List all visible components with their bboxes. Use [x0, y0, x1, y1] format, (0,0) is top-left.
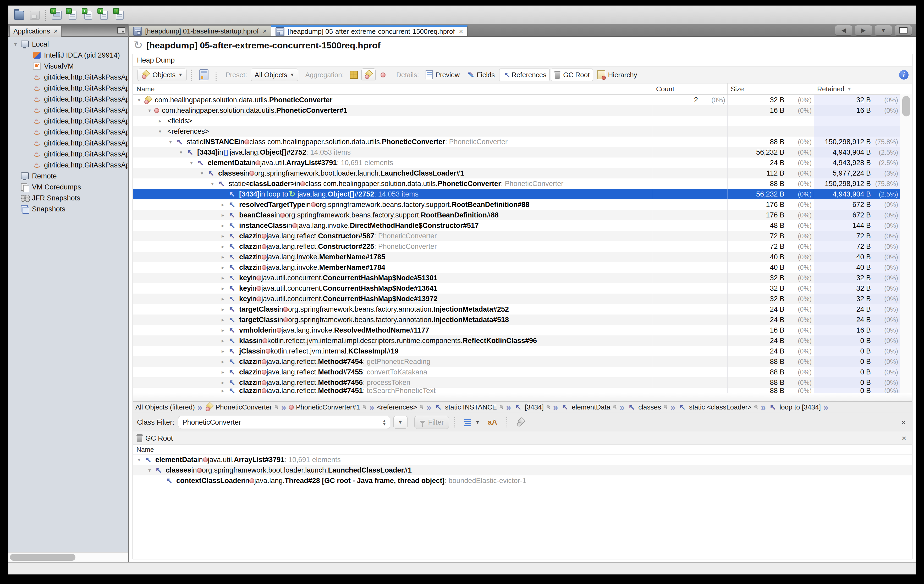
expander-closed-icon[interactable]: ▸: [218, 275, 228, 281]
expander-closed-icon[interactable]: ▸: [218, 296, 228, 302]
objects-dropdown[interactable]: Objects ▼: [137, 69, 187, 81]
expander-closed-icon[interactable]: ▸: [218, 359, 228, 365]
expander-closed-icon[interactable]: ▸: [218, 285, 228, 291]
expander-open-icon[interactable]: ▾: [208, 181, 217, 187]
table-row[interactable]: ▸↖jClass in kotlin.reflect.jvm.internal.…: [133, 346, 900, 356]
sidebar-item[interactable]: VisualVM: [8, 61, 128, 72]
expander-open-icon[interactable]: ▾: [187, 160, 196, 166]
table-row[interactable]: ▸↖klass in kotlin.reflect.jvm.internal.i…: [133, 336, 900, 346]
hierarchy-toggle[interactable]: Hierarchy: [594, 69, 640, 81]
pin-icon[interactable]: [274, 405, 279, 410]
horizontal-scrollbar-track[interactable]: [133, 393, 912, 401]
table-row[interactable]: ↖[3434] in loop to ↻java.lang.Object[]#2…: [133, 189, 900, 199]
sidebar-item[interactable]: ♨git4idea.http.GitAskPassAp: [8, 83, 128, 94]
sidebar-item[interactable]: ♨git4idea.http.GitAskPassAp: [8, 105, 128, 116]
table-row[interactable]: ▸↖clazz in java.lang.reflect.Method#7455…: [133, 367, 900, 377]
expander-open-icon[interactable]: ▾: [166, 139, 175, 145]
info-icon[interactable]: i: [899, 70, 909, 79]
expander-closed-icon[interactable]: ▸: [218, 233, 228, 239]
close-gc-root-icon[interactable]: ×: [901, 434, 909, 443]
sidebar-item[interactable]: JFR Snapshots: [8, 192, 128, 204]
expander-closed-icon[interactable]: ▸: [218, 348, 228, 354]
add-heap-dump-icon[interactable]: [82, 9, 94, 21]
expander-closed-icon[interactable]: ▸: [218, 388, 228, 393]
close-icon[interactable]: ×: [54, 27, 58, 35]
table-row[interactable]: ▾↖classes in org.springframework.boot.lo…: [133, 168, 900, 178]
sidebar-list-options-button[interactable]: ▼: [461, 416, 483, 429]
expander-closed-icon[interactable]: ▸: [218, 337, 228, 344]
table-row[interactable]: ▸↖clazz in java.lang.reflect.Method#7456…: [133, 377, 900, 388]
breadcrumb-item[interactable]: ↖static INSTANCE: [434, 403, 503, 411]
vertical-scrollbar[interactable]: [900, 94, 912, 393]
expander-closed-icon[interactable]: ▸: [218, 212, 228, 218]
preview-toggle[interactable]: Preview: [422, 69, 463, 81]
table-row[interactable]: ▸↖instanceClass in java.lang.invoke.Dire…: [133, 220, 900, 231]
expander-open-icon[interactable]: ▾: [145, 107, 154, 114]
scrollbar-thumb[interactable]: [10, 554, 76, 561]
table-row[interactable]: ▸↖clazz in java.lang.invoke.MemberName#1…: [133, 252, 900, 262]
breadcrumb-item[interactable]: PhoneticConverter: [205, 403, 279, 411]
expander-open-icon[interactable]: ▾: [197, 170, 207, 176]
table-row[interactable]: ▸↖vmholder in java.lang.invoke.ResolvedM…: [133, 325, 900, 336]
breadcrumb-item[interactable]: ↖loop to [3434]: [769, 403, 821, 411]
column-header-name[interactable]: Name: [133, 85, 653, 93]
aggregation-instances-toggle[interactable]: [376, 68, 390, 81]
sidebar-item[interactable]: Snapshots: [8, 204, 128, 215]
table-row[interactable]: ▾↖static INSTANCE in class com.healingpa…: [133, 137, 900, 147]
filter-history-dropdown[interactable]: ▼: [393, 416, 408, 429]
table-row[interactable]: ▸↖beanClass in org.springframework.beans…: [133, 210, 900, 220]
sidebar-item[interactable]: ♨git4idea.http.GitAskPassAp: [8, 127, 128, 138]
table-row[interactable]: ▾↖classes in org.springframework.boot.lo…: [133, 465, 912, 475]
expander-closed-icon[interactable]: ▸: [218, 222, 228, 229]
sidebar-item[interactable]: ♨git4idea.http.GitAskPassAp: [8, 138, 128, 149]
table-row[interactable]: ▸↖clazz in java.lang.invoke.MemberName#1…: [133, 262, 900, 273]
pin-icon[interactable]: [419, 405, 424, 410]
tab-scroll-left-button[interactable]: ◀: [835, 25, 852, 36]
breadcrumb-item[interactable]: ↖classes: [627, 403, 668, 411]
close-icon[interactable]: ×: [263, 27, 267, 35]
fields-toggle[interactable]: ✎ Fields: [464, 69, 498, 81]
table-row[interactable]: ▸↖resolvedTargetType in org.springframew…: [133, 199, 900, 210]
tab-heapdump[interactable]: [heapdump] 01-baseline-startup.hprof×: [129, 26, 271, 36]
class-display-button[interactable]: [513, 416, 528, 429]
tab-scroll-right-button[interactable]: ▶: [855, 25, 872, 36]
table-row[interactable]: ▸↖clazz in java.lang.reflect.Constructor…: [133, 241, 900, 252]
sidebar-item[interactable]: ♨git4idea.http.GitAskPassAp: [8, 94, 128, 105]
sidebar-item[interactable]: ♨git4idea.http.GitAskPassAp: [8, 160, 128, 171]
expander-closed-icon[interactable]: ▸: [155, 118, 165, 124]
add-snapshot-icon[interactable]: [113, 9, 126, 21]
expander-open-icon[interactable]: ▾: [134, 97, 144, 103]
breadcrumb-item[interactable]: ↖static <classLoader>: [678, 403, 758, 411]
breadcrumb-item[interactable]: ↖[3434]: [514, 403, 551, 411]
sidebar-item[interactable]: ▾Local: [8, 39, 128, 50]
expander-closed-icon[interactable]: ▸: [218, 317, 228, 323]
column-header-count[interactable]: Count: [653, 84, 727, 94]
table-row[interactable]: ▾↖elementData in java.util.ArrayList#379…: [133, 158, 900, 168]
gc-root-toggle[interactable]: GC Root: [551, 69, 593, 81]
pin-icon[interactable]: [664, 405, 668, 410]
pin-icon[interactable]: [500, 405, 504, 410]
table-row[interactable]: ▾↖[3434] in [ ]java.lang.Object[]#2752 :…: [133, 147, 900, 158]
breadcrumb-item[interactable]: PhoneticConverter#1: [289, 403, 367, 411]
maximize-button[interactable]: [895, 25, 912, 36]
expander-closed-icon[interactable]: ▸: [218, 327, 228, 333]
table-row[interactable]: ▸↖key in java.util.concurrent.Concurrent…: [133, 273, 900, 283]
scrollbar-thumb[interactable]: [902, 96, 910, 117]
minimize-panel-icon[interactable]: [117, 27, 125, 33]
pin-icon[interactable]: [546, 405, 551, 410]
pin-icon[interactable]: [363, 405, 367, 410]
table-row[interactable]: ▸<fields>: [133, 116, 900, 126]
sidebar-item[interactable]: Remote: [8, 171, 128, 182]
breadcrumb-item[interactable]: <references>: [377, 403, 424, 411]
aggregation-packages-toggle[interactable]: [347, 68, 361, 81]
class-filter-input[interactable]: PhoneticConverter ▲▼: [178, 416, 390, 429]
expander-open-icon[interactable]: ▾: [155, 128, 165, 135]
expander-closed-icon[interactable]: ▸: [218, 201, 228, 208]
expander-open-icon[interactable]: ▾: [134, 457, 144, 463]
table-row[interactable]: ▾com.healingpaper.solution.data.utils.Ph…: [133, 95, 900, 105]
pin-icon[interactable]: [754, 405, 758, 410]
expander-open-icon[interactable]: ▾: [176, 149, 186, 155]
compute-retained-sizes-button[interactable]: [196, 69, 212, 81]
column-header-size[interactable]: Size: [727, 84, 814, 94]
sidebar-item[interactable]: ♨git4idea.http.GitAskPassAp: [8, 72, 128, 83]
